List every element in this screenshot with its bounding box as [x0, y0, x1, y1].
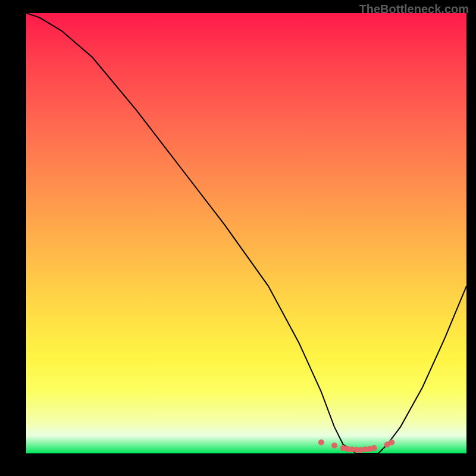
optimal-marker-dot	[331, 443, 337, 449]
chart-svg	[26, 13, 466, 453]
chart-plot-area	[26, 13, 466, 453]
optimal-marker-dot	[318, 440, 324, 446]
optimal-marker-dot	[371, 445, 377, 451]
optimal-range-markers	[318, 440, 394, 453]
optimal-marker-dot	[389, 440, 394, 446]
bottleneck-curve-line	[26, 13, 466, 453]
watermark-text: TheBottleneck.com	[359, 2, 469, 16]
